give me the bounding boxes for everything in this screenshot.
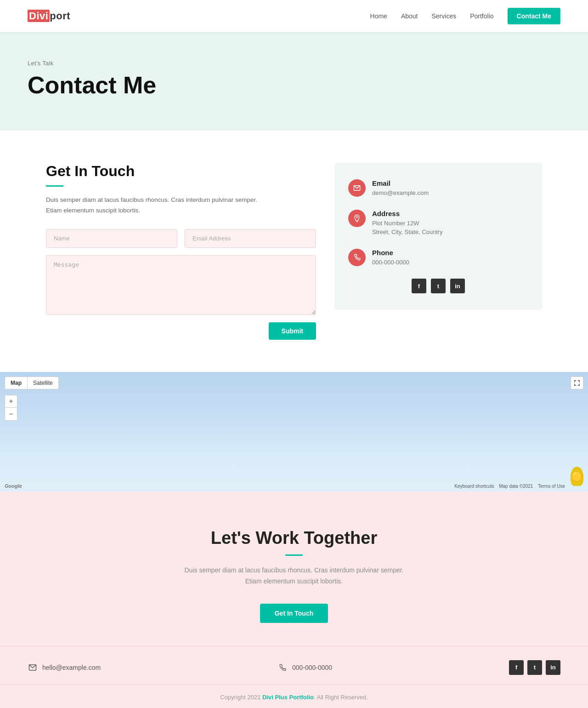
nav-links: Home About Services Portfolio Contact Me bbox=[370, 12, 560, 20]
map-tab-satellite[interactable]: Satellite bbox=[28, 377, 59, 389]
email-info-text: Email demo@example.com bbox=[372, 179, 429, 198]
address-icon bbox=[348, 210, 366, 227]
message-input[interactable] bbox=[46, 255, 316, 315]
form-name-email-row bbox=[46, 229, 316, 248]
phone-icon bbox=[348, 249, 366, 266]
map-tab-map[interactable]: Map bbox=[5, 377, 28, 389]
map-section: Map Satellite + − 🟡 Google Keyboard shor… bbox=[0, 372, 588, 491]
footer-copyright: Copyright 2021 Divi Plus Portfolio. All … bbox=[0, 684, 588, 708]
email-value: demo@example.com bbox=[372, 188, 429, 198]
contact-section: Get In Touch Duis semper diam at lacus f… bbox=[18, 131, 570, 372]
map-data-link[interactable]: Map data ©2021 bbox=[499, 484, 533, 489]
svg-point-1 bbox=[356, 216, 358, 218]
submit-button[interactable]: Submit bbox=[269, 322, 316, 340]
footer-email-item: hello@example.com bbox=[28, 662, 101, 673]
work-together-underline bbox=[285, 554, 303, 556]
logo[interactable]: Diviport bbox=[28, 10, 70, 22]
info-card: Email demo@example.com Address Plot Numb… bbox=[334, 163, 542, 310]
footer-linkedin-icon[interactable]: in bbox=[546, 660, 560, 675]
map-fullscreen-button[interactable] bbox=[571, 377, 583, 389]
form-side: Get In Touch Duis semper diam at lacus f… bbox=[46, 163, 316, 340]
map-zoom-out-button[interactable]: − bbox=[5, 408, 17, 421]
nav-home[interactable]: Home bbox=[370, 12, 387, 20]
work-together-desc: Duis semper diam at lacus faucibus rhonc… bbox=[28, 565, 560, 587]
phone-info-text: Phone 000-000-0000 bbox=[372, 249, 409, 267]
footer-email-icon bbox=[28, 662, 38, 673]
footer-twitter-icon[interactable]: t bbox=[527, 660, 542, 675]
contact-section-outer: Get In Touch Duis semper diam at lacus f… bbox=[0, 131, 588, 372]
logo-divi: Divi bbox=[28, 10, 50, 22]
map-pegman-icon[interactable]: 🟡 bbox=[571, 467, 583, 486]
map-zoom-controls: + − bbox=[5, 395, 17, 421]
footer-phone-item: 000-000-0000 bbox=[277, 662, 332, 673]
work-together-section: Let's Work Together Duis semper diam at … bbox=[0, 491, 588, 646]
address-value: Plot Number 12W Street, City, State, Cou… bbox=[372, 219, 443, 237]
info-facebook-icon[interactable]: f bbox=[412, 279, 426, 293]
map-zoom-in-button[interactable]: + bbox=[5, 395, 17, 408]
hero-title: Contact Me bbox=[28, 72, 560, 98]
nav-about[interactable]: About bbox=[401, 12, 418, 20]
keyboard-shortcuts-link[interactable]: Keyboard shortcuts bbox=[454, 484, 494, 489]
footer-info-row: hello@example.com 000-000-0000 f t in bbox=[0, 646, 588, 684]
info-linkedin-icon[interactable]: in bbox=[450, 279, 465, 293]
form-heading: Get In Touch bbox=[46, 163, 316, 180]
name-input[interactable] bbox=[46, 229, 177, 248]
footer-facebook-icon[interactable]: f bbox=[509, 660, 524, 675]
footer-social-row: f t in bbox=[509, 660, 560, 675]
address-label: Address bbox=[372, 210, 443, 217]
footer-brand-link[interactable]: Divi Plus Portfolio bbox=[262, 694, 314, 701]
nav-services[interactable]: Services bbox=[432, 12, 457, 20]
map-footer-links: Keyboard shortcuts Map data ©2021 Terms … bbox=[451, 484, 565, 489]
email-info-item: Email demo@example.com bbox=[348, 179, 528, 198]
form-description: Duis semper diam at lacus faucibus rhonc… bbox=[46, 195, 316, 216]
phone-value: 000-000-0000 bbox=[372, 258, 409, 267]
submit-row: Submit bbox=[46, 322, 316, 340]
map-google-logo: Google bbox=[5, 483, 22, 489]
footer-phone-text: 000-000-0000 bbox=[292, 664, 332, 671]
email-label: Email bbox=[372, 179, 429, 187]
logo-port: port bbox=[50, 10, 70, 22]
nav-portfolio[interactable]: Portfolio bbox=[470, 12, 493, 20]
footer-email-text: hello@example.com bbox=[42, 664, 101, 671]
info-card-social-row: f t in bbox=[348, 279, 528, 293]
heading-underline bbox=[46, 185, 63, 187]
map-controls: Map Satellite bbox=[5, 377, 59, 389]
terms-link[interactable]: Terms of Use bbox=[538, 484, 565, 489]
address-info-item: Address Plot Number 12W Street, City, St… bbox=[348, 210, 528, 237]
phone-info-item: Phone 000-000-0000 bbox=[348, 249, 528, 267]
phone-label: Phone bbox=[372, 249, 409, 257]
email-input[interactable] bbox=[185, 229, 316, 248]
address-info-text: Address Plot Number 12W Street, City, St… bbox=[372, 210, 443, 237]
hero-section: Let's Talk Contact Me bbox=[0, 32, 588, 131]
email-icon bbox=[348, 179, 366, 197]
get-in-touch-button[interactable]: Get In Touch bbox=[260, 604, 328, 623]
info-twitter-icon[interactable]: t bbox=[431, 279, 446, 293]
nav-contact-button[interactable]: Contact Me bbox=[508, 8, 560, 24]
footer-phone-icon bbox=[277, 662, 288, 673]
hero-subtitle: Let's Talk bbox=[28, 60, 560, 67]
work-together-title: Let's Work Together bbox=[28, 528, 560, 548]
navbar: Diviport Home About Services Portfolio C… bbox=[0, 0, 588, 32]
